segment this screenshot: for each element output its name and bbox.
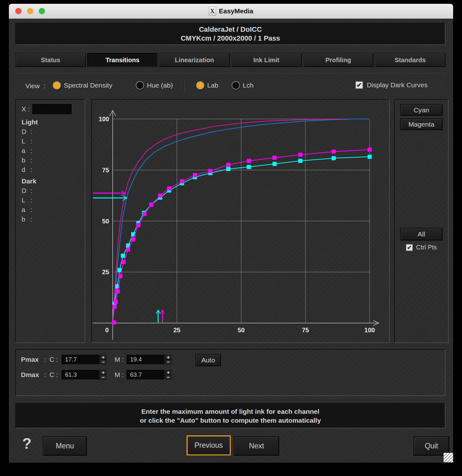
x-value-box bbox=[32, 104, 72, 114]
radio-spectral-density[interactable]: Spectral Density bbox=[53, 81, 112, 89]
radio-icon[interactable] bbox=[53, 81, 61, 89]
readout-d: d : bbox=[22, 165, 85, 175]
dark-magenta-curve-ctrl-point[interactable] bbox=[136, 223, 141, 227]
footer-bar: ? Menu Previous Next Quit bbox=[9, 432, 453, 463]
readout-a: a : bbox=[22, 146, 85, 155]
ctrl-pts-checkbox[interactable]: ✔ bbox=[406, 244, 413, 251]
x-tick-label-0: 0 bbox=[105, 327, 109, 334]
y-tick-label-50: 50 bbox=[102, 218, 109, 225]
channel-panel: CyanMagenta All ✔ Ctrl Pts bbox=[394, 99, 449, 343]
menu-button[interactable]: Menu bbox=[43, 436, 87, 456]
spin-down-button[interactable]: − bbox=[165, 360, 171, 364]
dark-magenta-curve-ctrl-point[interactable] bbox=[118, 274, 122, 278]
dmax-label: Dmax bbox=[21, 371, 41, 379]
tab-status[interactable]: Status bbox=[15, 53, 86, 67]
radio-hue-ab-[interactable]: Hue (ab) bbox=[136, 81, 173, 89]
cyan-button[interactable]: Cyan bbox=[400, 104, 443, 116]
dark-magenta-curve-ctrl-point[interactable] bbox=[368, 148, 372, 152]
radio-lab[interactable]: Lab bbox=[196, 81, 218, 89]
dark-cyan-curve-ctrl-point[interactable] bbox=[273, 162, 277, 166]
dark-magenta-curve-ctrl-point[interactable] bbox=[116, 289, 120, 294]
x-tick-label-50: 50 bbox=[238, 327, 245, 334]
spin-down-button[interactable]: − bbox=[165, 375, 171, 380]
pmax-c-spinner: + − bbox=[100, 355, 106, 364]
spin-up-button[interactable]: + bbox=[100, 355, 106, 360]
instruction-line1: Enter the maximum amount of light ink fo… bbox=[141, 407, 319, 415]
display-dark-curves-checkbox[interactable]: ✔ bbox=[355, 81, 363, 89]
dark-magenta-curve-ctrl-point[interactable] bbox=[149, 203, 153, 207]
title-bar[interactable]: X EasyMedia bbox=[9, 4, 453, 19]
dmax-m-field[interactable] bbox=[127, 370, 165, 380]
tab-standards[interactable]: Standards bbox=[375, 53, 446, 67]
pmax-m-field[interactable] bbox=[127, 355, 165, 364]
radio-label: Hue (ab) bbox=[147, 82, 173, 89]
readout-D: D : bbox=[22, 127, 85, 136]
dark-cyan-curve-ctrl-point[interactable] bbox=[121, 254, 125, 258]
previous-button[interactable]: Previous bbox=[187, 435, 231, 455]
spin-up-button[interactable]: + bbox=[165, 355, 171, 360]
tab-transitions[interactable]: Transitions bbox=[87, 53, 158, 67]
dmax-m-label: M : bbox=[115, 371, 127, 379]
dark-magenta-curve-ctrl-point[interactable] bbox=[193, 173, 197, 177]
radio-lch[interactable]: Lch bbox=[232, 81, 254, 89]
next-button[interactable]: Next bbox=[234, 436, 279, 456]
tab-profiling[interactable]: Profiling bbox=[303, 53, 374, 67]
dark-magenta-curve-ctrl-point[interactable] bbox=[167, 186, 171, 190]
pmax-label: Pmax bbox=[21, 356, 41, 363]
dark-magenta-curve-ctrl-point[interactable] bbox=[142, 212, 147, 216]
dark-magenta-curve-ctrl-point[interactable] bbox=[158, 194, 162, 198]
dark-magenta-curve-ctrl-point[interactable] bbox=[226, 163, 230, 167]
spin-up-button[interactable]: + bbox=[100, 370, 106, 375]
dark-section-label: Dark bbox=[22, 176, 85, 186]
display-dark-curves-option[interactable]: ✔ Display Dark Curves bbox=[355, 81, 427, 89]
magenta-button[interactable]: Magenta bbox=[400, 118, 443, 130]
spin-down-button[interactable]: − bbox=[100, 360, 106, 364]
dark-magenta-curve-ctrl-point[interactable] bbox=[114, 300, 118, 304]
y-tick-label-100: 100 bbox=[99, 116, 109, 122]
tab-bar: StatusTransitionsLinearizationInk LimitP… bbox=[15, 53, 446, 67]
pmax-c-label: C : bbox=[50, 356, 62, 363]
dark-magenta-curve-ctrl-point[interactable] bbox=[332, 149, 336, 154]
dark-magenta-curve-ctrl-point[interactable] bbox=[298, 153, 302, 157]
radio-icon[interactable] bbox=[136, 81, 144, 89]
dark-magenta-curve-ctrl-point[interactable] bbox=[112, 305, 116, 309]
light-section-label: Light bbox=[22, 117, 85, 127]
all-button[interactable]: All bbox=[400, 228, 443, 241]
auto-button[interactable]: Auto bbox=[195, 354, 221, 366]
radio-label: Lab bbox=[207, 82, 218, 89]
tab-ink-limit[interactable]: Ink Limit bbox=[231, 53, 302, 67]
dark-magenta-curve-ctrl-point[interactable] bbox=[180, 179, 184, 183]
dark-cyan-curve-ctrl-point[interactable] bbox=[298, 159, 302, 163]
help-button[interactable]: ? bbox=[22, 435, 31, 452]
spin-down-button[interactable]: − bbox=[100, 375, 106, 380]
radio-icon[interactable] bbox=[232, 81, 240, 89]
dark-cyan-curve-ctrl-point[interactable] bbox=[332, 156, 336, 160]
origin-ctrl-point[interactable] bbox=[112, 321, 116, 325]
dark-cyan-curve-ctrl-point[interactable] bbox=[226, 167, 230, 171]
radio-icon[interactable] bbox=[196, 81, 204, 89]
ctrl-pts-option[interactable]: ✔ Ctrl Pts bbox=[406, 244, 437, 251]
dark-cyan-curve-ctrl-point[interactable] bbox=[247, 165, 251, 169]
dark-magenta-curve-ctrl-point[interactable] bbox=[126, 248, 130, 252]
transition-curves-chart[interactable]: 2550751000255075100 bbox=[91, 99, 390, 343]
window-title: EasyMedia bbox=[219, 7, 254, 15]
readout-L: L : bbox=[22, 195, 85, 205]
dark-cyan-curve-ctrl-point[interactable] bbox=[117, 268, 122, 272]
dark-magenta-curve-ctrl-point[interactable] bbox=[208, 169, 212, 173]
tab-linearization[interactable]: Linearization bbox=[159, 53, 230, 67]
ink-limits-panel: Pmax : C : + − M : + − Dmax : C bbox=[15, 349, 446, 396]
display-dark-curves-label: Display Dark Curves bbox=[367, 81, 427, 89]
dark-magenta-curve-ctrl-point[interactable] bbox=[122, 260, 126, 264]
spin-up-button[interactable]: + bbox=[165, 370, 171, 375]
x-tick-label-100: 100 bbox=[364, 327, 375, 334]
dark-magenta-curve-ctrl-point[interactable] bbox=[131, 237, 135, 241]
dmax-c-field[interactable] bbox=[62, 370, 100, 380]
chart-canvas[interactable]: 2550751000255075100 bbox=[92, 100, 388, 341]
pmax-row: Pmax : C : + − M : + − bbox=[21, 355, 180, 364]
dark-magenta-curve-ctrl-point[interactable] bbox=[247, 159, 251, 163]
dark-magenta-curve-ctrl-point[interactable] bbox=[273, 156, 277, 160]
dmax-c-label: C : bbox=[50, 371, 62, 379]
pmax-c-field[interactable] bbox=[62, 355, 100, 364]
resize-grip[interactable] bbox=[444, 453, 453, 462]
dark-cyan-curve-ctrl-point[interactable] bbox=[368, 155, 372, 159]
